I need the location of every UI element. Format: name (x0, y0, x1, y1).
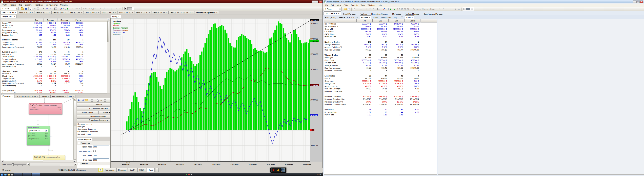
cursor-tool[interactable]: ⇖ (438, 7, 441, 10)
line-tool[interactable]: ╱ (442, 7, 445, 10)
tab-лаб-15-08-25[interactable]: Лаб: 15-08-25✕ (118, 11, 134, 14)
taskbar-window-1[interactable] (14, 173, 22, 176)
tab-tab1[interactable]: Tab1 (147, 168, 154, 172)
collapse-icon[interactable]: ▲ (78, 163, 80, 165)
manager-data-provider-manager[interactable]: Data Provider Manager (422, 13, 445, 15)
align-tool[interactable]: ≡ (115, 7, 118, 10)
tab-optimization[interactable]: Optimization (380, 16, 392, 19)
tab-лаб-15-10-07[interactable]: Лаб: 15-10-07✕ (52, 11, 68, 14)
run-button[interactable]: ▶ (66, 7, 70, 10)
close-button[interactable]: ✕ (640, 0, 643, 3)
log-indicator-icon[interactable]: ▤ (98, 168, 102, 172)
chart-style-combo[interactable]: ▼ (124, 7, 134, 10)
minimize-button[interactable]: ▁ (633, 0, 636, 3)
tab-оптимизация[interactable]: Оптимизация✕ (51, 95, 68, 98)
table-row[interactable]: Макс. просадка %8.64%12.15%10.52%25.58% (1, 92, 107, 93)
tray-icon-3[interactable] (191, 174, 192, 175)
field-input[interactable] (93, 145, 109, 148)
table-row[interactable]: Средняя прибыль %1.34%1.25%1.44%6.32% (1, 60, 107, 63)
save-as-hs-button[interactable]: HS (81, 99, 84, 102)
table-row[interactable]: Number of Trades17997821 (324, 41, 437, 43)
table-row[interactable]: Убыточных сделок12765620 (1, 70, 107, 72)
media-icon[interactable] (11, 174, 13, 176)
table-row[interactable]: Profit Factor1.271.201.340.00 (324, 108, 437, 111)
chart-button[interactable] (382, 7, 385, 10)
chart-button[interactable] (59, 7, 62, 10)
tab-лог[interactable]: Лог✕ (68, 95, 76, 98)
tab-spfb-rts-2015-2-1m[interactable]: SPFB.RTS-2015-2:-:1M✕ (15, 95, 39, 98)
table-row[interactable] (1, 36, 107, 39)
category-индикаторы[interactable]: Индикаторы (77, 111, 98, 114)
table-row[interactable]: Loss %49.72%48.45%51.22%0.00% (324, 77, 437, 80)
tab-by-category[interactable]: По категориям (77, 138, 92, 141)
close-icon[interactable]: ✕ (118, 15, 120, 18)
close-icon[interactable]: ✕ (216, 11, 218, 14)
menu-item-view[interactable]: View (336, 4, 342, 6)
close-position-block[interactable]: ЗакПозПоSto Закрытие по stop-loss (33, 155, 65, 160)
provider-combo[interactable]: ⚿ Finam ▼ (1, 7, 19, 10)
tab-sber[interactable]: SBER (138, 168, 146, 172)
table-row[interactable]: Средний убыток-1002.05 $-989.08 $-1015.6… (1, 77, 107, 80)
add-tab-button[interactable]: + (155, 168, 159, 172)
tab-lab[interactable]: Lab: 15-10-29*✕ (324, 11, 341, 15)
table-row[interactable]: Net Profit/Loss %31.44%12.16%19.28%6.32% (324, 25, 437, 28)
table-row[interactable]: Баров на сделку (в среднем)286.17258.663… (1, 46, 107, 48)
close-icon[interactable]: ✕ (192, 11, 193, 14)
table-row[interactable]: Доход за бар0.190.090.090.03 (1, 34, 107, 36)
close-icon[interactable]: ✕ (81, 11, 82, 14)
hline-tool[interactable]: − (445, 7, 448, 10)
close-icon[interactable]: ✕ (412, 16, 413, 19)
table-row[interactable]: Net Profit/Loss23990.00 $9280.00 $14710.… (324, 22, 437, 25)
menu-item-file[interactable]: File (324, 4, 330, 6)
folder-icon[interactable] (8, 174, 10, 176)
close-icon[interactable]: ✕ (148, 11, 150, 14)
taskbar-window-2[interactable] (23, 173, 31, 176)
vline-tool[interactable]: ❘ (449, 7, 452, 10)
cut-button[interactable]: ✂ (356, 7, 359, 10)
interval-units[interactable]: Сек Мин Дни (83, 8, 96, 10)
tab-trades[interactable]: Trades (372, 16, 380, 19)
table-row[interactable]: Maximum Drawdown Day2/24/20153/18/20152/… (324, 98, 437, 101)
tab-editor-script-[interactable]: Editor (Script) (324, 16, 337, 19)
table-row[interactable]: Maximum Drawdown-8990.00 $-7380.00 $-102… (324, 95, 437, 98)
chart-style-combo[interactable]: ▼▼ (463, 7, 474, 11)
table-row[interactable]: Bars Held (Average)190.06194.11185.520.0… (324, 88, 437, 90)
maximize-button[interactable]: ▢ (315, 0, 318, 3)
table-row[interactable]: Bars Held (Average)301.06258.19351.77155… (324, 48, 437, 51)
table-row[interactable]: Доходность в год53.69%26.02%26.24%8.48% (1, 29, 107, 31)
table-row[interactable] (1, 87, 107, 89)
table-row[interactable]: Средний убыток %-1.19%-1.12%-1.25%0.00% (1, 80, 107, 82)
run-all-button[interactable]: ▶ (393, 7, 396, 10)
table-row[interactable]: Maximum Consecutive5340 (324, 90, 437, 93)
canvas-hscroll2[interactable]: ◀ ▶ (27, 163, 77, 166)
table-row[interactable]: Общая прибыль156380.00 $78790.00 $77590.… (1, 55, 107, 58)
table-row[interactable]: Gross Profit113960.00 $56280.00 $57680.0… (324, 59, 437, 62)
table-row[interactable]: Общий убыток-127260.00 $-64290.00 $-6297… (1, 75, 107, 77)
menu-item-портфель[interactable]: Портфель (34, 3, 44, 6)
menu-item-editor[interactable]: Editor (342, 4, 350, 6)
field-checkbox[interactable] (94, 150, 96, 152)
tab-income[interactable]: Доход✕ (111, 15, 121, 18)
save-button[interactable] (24, 7, 28, 10)
tray-icon-1[interactable] (186, 174, 187, 175)
grid-button[interactable] (90, 99, 94, 102)
paste-block-button[interactable] (104, 99, 106, 102)
table-row[interactable]: Average Profit/Loss134.02 $95.67 $179.39… (324, 43, 437, 46)
table-row[interactable]: Average Loss %-1.22%-1.13%-1.32%0.00% (324, 85, 437, 88)
table-row[interactable]: Выиграно %52.43%53.57%51.18%100.00% (1, 53, 107, 55)
table-row[interactable]: Gross Loss-89970.00 $-47000.00 $-42970.0… (324, 80, 437, 82)
minimize-button[interactable]: ▁ (312, 0, 315, 3)
close-icon[interactable]: ✕ (37, 95, 38, 98)
cut-button[interactable]: ✂ (33, 7, 36, 10)
table-row[interactable] (324, 38, 437, 41)
close-panel-icon[interactable]: ✕ (401, 16, 403, 18)
menu-item-tools[interactable]: Tools (359, 4, 366, 6)
income-chart-plot[interactable] (111, 19, 310, 162)
table-row[interactable]: Profit per Bar0.150.060.090.03 (324, 35, 437, 38)
table-row[interactable] (324, 72, 437, 75)
field-input[interactable] (93, 158, 109, 162)
close-icon[interactable]: ✕ (65, 95, 66, 98)
table-row[interactable]: Чистый П/У %38.17%19.00%19.16%6.32% (1, 24, 107, 26)
table-row[interactable]: Winning Trades9050401 (324, 54, 437, 56)
open-position-block[interactable]: ОткПозЕслМен Открытие если ниже ПокупкаF… (28, 103, 62, 114)
